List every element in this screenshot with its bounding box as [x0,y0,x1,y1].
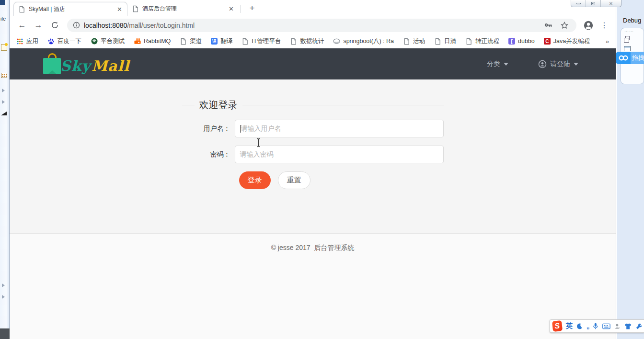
new-tab-button[interactable]: + [246,2,258,14]
url-host: localhost:8080 [84,22,127,29]
password-label: 密码： [182,150,235,159]
bookmark-label: 应用 [26,37,38,45]
rabbitmq-icon [134,38,141,45]
bookmark-apps[interactable]: 应用 [16,37,38,45]
tab-title: SkyMall | 酒店 [29,5,113,13]
bookmark-it-platform[interactable]: IT管理平台 [242,37,281,45]
minimize-button[interactable] [571,0,586,7]
form-legend: 欢迎登录 [182,99,444,112]
username-row: 用户名： 请输入用户名 [182,120,444,137]
url-path: /mall/user/toLogin.html [127,22,195,29]
chevron-down-icon [504,63,508,66]
wrench-icon[interactable] [636,323,642,330]
site-header: Sky Mall 分类 请登陆 [10,48,616,79]
drag-extension-badge[interactable]: 拖拽 [616,52,644,64]
bookmark-label: springboot(八) : Ra [343,37,394,45]
page-icon [242,38,249,45]
ide-debug-perspective[interactable]: Debug [623,17,641,24]
text-caret [240,125,241,133]
close-icon[interactable]: ✕ [229,6,234,12]
tree-expander-icon[interactable] [2,89,5,92]
forward-icon[interactable]: → [32,19,45,32]
tab-divider [241,5,241,13]
password-input[interactable]: 请输入密码 [235,146,444,163]
login-section: 欢迎登录 用户名： 请输入用户名 密码： 请输入密码 [10,79,616,233]
green-globe-icon [91,38,98,45]
bookmark-label: RabbitMQ [144,38,171,45]
address-bar[interactable]: localhost:8080/mall/user/toLogin.html [67,19,576,32]
bookmark-huodong[interactable]: 活动 [403,37,425,45]
nav-category-label: 分类 [487,60,500,68]
menu-kebab-icon[interactable]: ⋮ [598,19,611,32]
username-input[interactable]: 请输入用户名 [235,120,444,137]
bookmarks-overflow-icon[interactable]: » [606,38,612,45]
bookmark-baidu[interactable]: 百度一下 [47,37,81,45]
ide-bottom-bar [0,328,10,339]
bookmark-java-concurrency[interactable]: C Java并发编程 [544,37,590,45]
user-icon [538,60,547,68]
reset-button[interactable]: 重置 [278,171,310,189]
translate-icon: 译 [211,38,218,45]
bookmark-label: 渠道 [190,37,202,45]
window-controls: ✕ [571,0,621,7]
tab-title: 酒店后台管理 [142,5,225,13]
bookmark-label: 活动 [413,37,425,45]
drag-badge-label: 拖拽 [631,52,644,64]
bookmark-springboot[interactable]: springboot(八) : Ra [333,37,394,45]
nav-category-dropdown[interactable]: 分类 [487,60,508,68]
bookmark-star-icon[interactable] [558,21,571,30]
tab-hotel-admin[interactable]: 酒店后台管理 ✕ [127,2,239,16]
nav-login-dropdown[interactable]: 请登陆 [538,60,578,68]
tree-expander-icon[interactable] [2,283,5,287]
close-window-button[interactable]: ✕ [601,0,621,7]
skin-tshirt-icon[interactable] [624,323,632,330]
nav-login-label: 请登陆 [550,60,570,68]
page-icon [403,38,410,45]
moon-icon[interactable] [576,323,583,330]
footer-text: © jesse 2017 后台管理系统 [271,244,355,339]
ide-wedge-decoration [1,112,7,115]
bookmark-riqing[interactable]: 日清 [434,37,456,45]
bookmark-dubbo[interactable]: [ dubbo [508,38,535,45]
bookmark-label: Java并发编程 [553,37,590,45]
new-file-icon[interactable] [1,44,7,51]
bookmark-data-stats[interactable]: 数据统计 [290,37,324,45]
skymall-logo[interactable]: Sky Mall [43,53,129,75]
ide-left-strip: ile [0,0,10,339]
username-placeholder: 请输入用户名 [241,124,281,133]
info-icon[interactable] [73,22,80,29]
red-c-icon: C [544,38,551,45]
tree-expander-icon[interactable] [2,295,5,299]
back-icon[interactable]: ← [15,19,29,32]
bookmark-qudao[interactable]: 渠道 [180,37,202,45]
bookmark-rabbitmq[interactable]: RabbitMQ [134,38,171,45]
reload-icon[interactable] [48,19,61,32]
maximize-button[interactable] [586,0,601,7]
windows-copy-icon[interactable] [625,36,630,40]
bookmark-zhuanzheng[interactable]: 转正流程 [465,37,499,45]
table-grid-icon[interactable] [1,73,7,78]
login-button[interactable]: 登录 [239,171,271,189]
tree-expander-icon[interactable] [2,100,5,104]
bookmark-label: dubbo [518,38,535,45]
microphone-icon[interactable] [593,322,598,330]
user-settings-icon[interactable] [614,323,621,330]
page-viewport: Sky Mall 分类 请登陆 [10,48,616,339]
form-title: 欢迎登录 [195,99,242,112]
ime-language-toggle[interactable]: 英 [566,322,573,330]
keyboard-icon[interactable] [602,323,610,329]
table-view-icon[interactable] [624,46,631,51]
close-icon[interactable]: ✕ [117,6,122,12]
punctuation-icon[interactable]: ,, [586,323,589,330]
bookmark-label: 转正流程 [475,37,499,45]
page-icon [290,38,297,45]
drag-handle-icon: ⋯⋯ [624,29,634,34]
page-icon [434,38,441,45]
tab-skymall[interactable]: SkyMall | 酒店 ✕ [13,2,127,16]
password-key-icon[interactable] [542,21,554,30]
sogou-logo-icon[interactable]: S [552,320,563,332]
bookmark-platform-test[interactable]: 平台测试 [91,37,125,45]
password-row: 密码： 请输入密码 [182,146,444,163]
bookmark-translate[interactable]: 译 翻译 [211,37,232,45]
profile-avatar-icon[interactable] [582,20,595,31]
